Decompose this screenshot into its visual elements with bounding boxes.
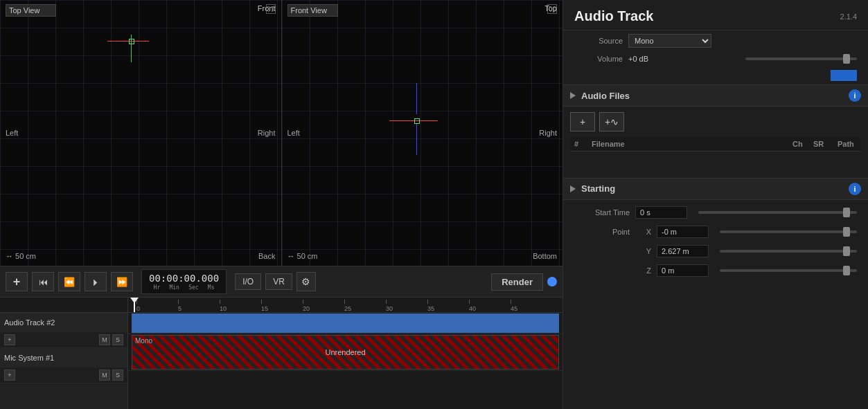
- col-header-path: Path: [833, 137, 861, 152]
- col-header-num: #: [570, 137, 587, 152]
- h-line-2: [389, 120, 438, 121]
- starting-header: Starting i: [563, 178, 868, 200]
- z-slider-thumb[interactable]: [843, 266, 850, 275]
- io-button[interactable]: I/O: [235, 273, 261, 290]
- ruler-tick-25: 25: [344, 305, 351, 312]
- viewport-top-select[interactable]: Top View Front View Side View: [6, 4, 56, 17]
- left-panel: Top View Front View Side View ⛶ Front Le…: [0, 0, 563, 409]
- version-label: 2.1.4: [840, 12, 857, 21]
- v-line-bottom-2: [416, 124, 417, 155]
- track-add-button-2[interactable]: +: [4, 370, 15, 381]
- audio-files-table: # Filename Ch SR Path: [570, 137, 861, 172]
- play-button[interactable]: ⏵: [85, 272, 107, 291]
- track-controls-2: + M S: [0, 367, 127, 383]
- track-mute-button-1[interactable]: M: [99, 334, 110, 345]
- x-slider[interactable]: [720, 230, 857, 233]
- render-button[interactable]: Render: [491, 273, 543, 291]
- audio-files-content: + +∿ # Filename Ch SR Path: [563, 107, 868, 178]
- track-controls-1: + M S: [0, 332, 127, 347]
- track-add-button-1[interactable]: +: [4, 334, 15, 345]
- starting-content: Start Time Point X Y Z: [563, 200, 868, 283]
- grid-bg-2: [282, 0, 563, 266]
- track-header-ruler: [0, 298, 127, 313]
- audio-files-toggle[interactable]: [570, 92, 576, 99]
- tracks-area: Audio Track #2 + M S Mic System #1 + M: [0, 298, 563, 409]
- start-time-input[interactable]: [635, 206, 687, 219]
- start-time-slider-thumb[interactable]: [843, 208, 850, 217]
- clip-mono-label: Mono: [135, 337, 152, 345]
- clip-unrendered-label: Unrendered: [325, 348, 365, 356]
- viewport-scale-label-1: ↔ 50 cm: [6, 252, 36, 260]
- ruler-tick-45: 45: [511, 305, 517, 312]
- start-time-label: Start Time: [574, 208, 630, 217]
- track-row-1: Audio Track #2 + M S: [0, 313, 127, 348]
- volume-slider[interactable]: [745, 57, 857, 60]
- y-slider[interactable]: [720, 250, 857, 253]
- track-name-row-2: Mic System #1: [0, 348, 127, 367]
- grid-bg: [0, 0, 281, 266]
- viewport-top-label-2: Top: [544, 4, 557, 12]
- start-time-slider[interactable]: [698, 211, 857, 214]
- track-solo-button-2[interactable]: S: [112, 370, 123, 381]
- rewind-start-button[interactable]: ⏮: [32, 272, 54, 291]
- vr-button[interactable]: VR: [265, 273, 292, 290]
- audio-clip-1[interactable]: [132, 313, 559, 333]
- ruler-tick-20: 20: [303, 305, 310, 312]
- blue-action-button[interactable]: [831, 70, 857, 81]
- timeline-ruler: 0 5 10 15 20 25 30 35 40 45: [128, 298, 563, 313]
- z-slider[interactable]: [720, 269, 857, 272]
- z-input[interactable]: [657, 264, 709, 277]
- track-clip-row-2: Mono Unrendered: [128, 334, 563, 371]
- add-track-button[interactable]: +: [6, 272, 28, 291]
- time-display: 00:00:00.000 Hr Min Sec Ms: [141, 269, 227, 294]
- add-wave-button[interactable]: +∿: [599, 112, 624, 131]
- y-input[interactable]: [657, 245, 709, 257]
- viewport-left-label-2: Left: [287, 129, 300, 137]
- starting-toggle[interactable]: [570, 185, 576, 192]
- col-header-sr: SR: [809, 137, 833, 152]
- volume-row: Volume +0 dB: [563, 51, 868, 66]
- ruler-tick-5: 5: [178, 305, 181, 312]
- track-mute-button-2[interactable]: M: [99, 370, 110, 381]
- viewport-top-header[interactable]: Top View Front View Side View: [6, 4, 56, 17]
- right-panel: Audio Track 2.1.4 Source Mono Stereo Vol…: [563, 0, 868, 409]
- x-slider-thumb[interactable]: [843, 227, 850, 237]
- viewports-container: Top View Front View Side View ⛶ Front Le…: [0, 0, 563, 266]
- audio-files-info-button[interactable]: i: [849, 89, 861, 102]
- rewind-button[interactable]: ⏪: [58, 272, 80, 291]
- volume-slider-thumb[interactable]: [843, 54, 850, 64]
- panel-title: Audio Track: [574, 8, 653, 24]
- track-solo-button-1[interactable]: S: [112, 334, 123, 345]
- y-slider-thumb[interactable]: [843, 246, 850, 256]
- fast-forward-button[interactable]: ⏩: [111, 272, 133, 291]
- unrendered-clip-1[interactable]: Mono Unrendered: [132, 335, 559, 370]
- starting-info-button[interactable]: i: [849, 183, 861, 195]
- volume-value: +0 dB: [628, 55, 740, 63]
- viewport-top: Top View Front View Side View ⛶ Front Le…: [0, 0, 282, 266]
- h-line-1: [107, 41, 149, 42]
- timeline-content: 0 5 10 15 20 25 30 35 40 45 M: [128, 298, 563, 409]
- viewport-front-select[interactable]: Front View Top View Side View: [287, 4, 338, 17]
- settings-button[interactable]: ⚙: [296, 272, 316, 291]
- ruler-tick-10: 10: [220, 305, 227, 312]
- start-time-row: Start Time: [563, 203, 868, 222]
- source-select[interactable]: Mono Stereo: [628, 34, 711, 48]
- transport-bar: + ⏮ ⏪ ⏵ ⏩ 00:00:00.000 Hr Min Sec Ms I/O…: [0, 266, 563, 298]
- playhead[interactable]: [134, 298, 135, 312]
- ruler-tick-40: 40: [469, 305, 476, 312]
- add-file-button[interactable]: +: [570, 112, 595, 131]
- viewport-right-label-2: Right: [539, 129, 557, 137]
- right-panel-header: Audio Track 2.1.4: [563, 0, 868, 30]
- point-label: Point: [574, 228, 630, 236]
- ruler-tick-0: 0: [136, 305, 140, 312]
- status-indicator: [547, 277, 557, 287]
- viewport-front-header[interactable]: Front View Top View Side View: [287, 4, 338, 17]
- ruler-tick-35: 35: [427, 305, 434, 312]
- time-labels: Hr Min Sec Ms: [149, 284, 219, 291]
- col-header-filename: Filename: [587, 137, 788, 152]
- x-input[interactable]: [657, 226, 709, 238]
- center-dot-2: [414, 118, 420, 124]
- viewport-scale-label-2: ↔ 50 cm: [287, 252, 318, 260]
- audio-files-title: Audio Files: [581, 91, 843, 101]
- ruler-tick-15: 15: [261, 305, 268, 312]
